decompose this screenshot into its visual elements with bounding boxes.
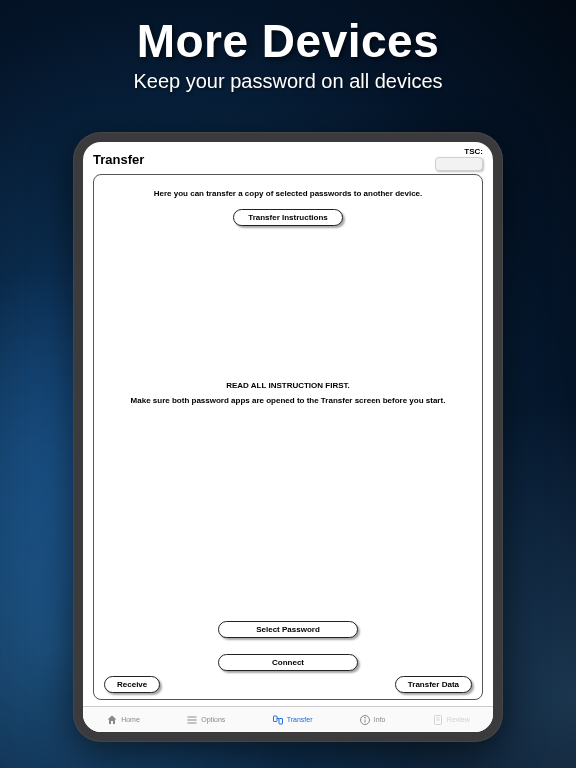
tab-review[interactable]: Review [432,714,470,726]
hero: More Devices Keep your password on all d… [0,0,576,93]
hero-title: More Devices [0,14,576,68]
svg-rect-1 [188,719,197,720]
svg-rect-2 [188,722,197,723]
intro-text: Here you can transfer a copy of selected… [154,189,423,199]
tsc-label: TSC: [464,147,483,156]
review-icon [432,714,444,726]
svg-rect-3 [273,716,277,722]
svg-point-7 [364,717,365,718]
instructions-heading: READ ALL INSTRUCTION FIRST. [131,381,446,390]
info-icon [359,714,371,726]
list-icon [186,714,198,726]
tab-transfer-label: Transfer [287,716,313,723]
home-icon [106,714,118,726]
tablet-frame: Transfer TSC: Here you can transfer a co… [73,132,503,742]
connect-button[interactable]: Connect [218,654,358,671]
select-password-button[interactable]: Select Password [218,621,358,638]
instructions-block: READ ALL INSTRUCTION FIRST. Make sure bo… [131,381,446,405]
tab-transfer[interactable]: Transfer [272,714,313,726]
transfer-panel: Here you can transfer a copy of selected… [93,174,483,700]
tab-options-label: Options [201,716,225,723]
tab-home[interactable]: Home [106,714,140,726]
tab-options[interactable]: Options [186,714,225,726]
transfer-data-button[interactable]: Transfer Data [395,676,472,693]
corner-buttons: Receive Transfer Data [104,676,472,693]
tab-bar: Home Options Transfer Info [83,706,493,732]
transfer-icon [272,714,284,726]
svg-rect-4 [279,718,283,724]
hero-subtitle: Keep your password on all devices [0,70,576,93]
tab-review-label: Review [447,716,470,723]
topbar: Transfer TSC: [83,142,493,174]
tab-home-label: Home [121,716,140,723]
tab-info-label: Info [374,716,386,723]
page-title: Transfer [93,152,435,167]
svg-rect-0 [188,716,197,717]
tab-info[interactable]: Info [359,714,386,726]
tsc-group: TSC: [435,147,483,171]
transfer-instructions-button[interactable]: Transfer Instructions [233,209,343,226]
action-buttons: Select Password Connect [94,611,482,671]
app-screen: Transfer TSC: Here you can transfer a co… [83,142,493,732]
tsc-input[interactable] [435,157,483,171]
receive-button[interactable]: Receive [104,676,160,693]
instructions-subtext: Make sure both password apps are opened … [131,396,446,405]
